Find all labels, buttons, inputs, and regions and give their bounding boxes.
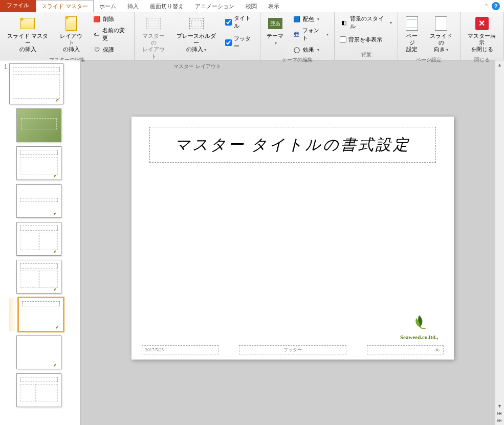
workspace: 1 — [0, 60, 504, 425]
layout-thumbnail[interactable] — [16, 373, 61, 407]
group-edit-theme: 亜あ テーマ▾ 🟦配色▾ 亜フォント▾ ◯効果▾ テーマの編集 — [260, 12, 335, 60]
vertical-scrollbar[interactable]: ▲ ▼ ⏮ ⏭ — [495, 60, 504, 425]
help-icon[interactable]: ? — [492, 2, 500, 10]
master-layout-button: マスターの レイアウト — [138, 13, 169, 62]
master-number: 1 — [2, 63, 7, 70]
layout-thumbnail[interactable] — [16, 184, 61, 218]
background-styles-button[interactable]: ◧背景のスタイル▾ — [338, 13, 395, 32]
colors-button[interactable]: 🟦配色▾ — [290, 13, 331, 25]
slide-canvas[interactable]: マスター タイトルの書式設定 Seaweed.co.ltd., 2017/5/2… — [132, 117, 454, 360]
leaf-icon — [55, 98, 60, 102]
preserve-icon: 🛡 — [93, 46, 101, 54]
fonts-button[interactable]: 亜フォント▾ — [290, 25, 331, 43]
group-page-setup: ページ 設定 スライドの 向き▾ ページ設定 — [398, 12, 460, 60]
layout-thumbnail[interactable] — [16, 146, 61, 180]
chevron-down-icon: ▾ — [204, 48, 206, 52]
insert-layout-icon — [65, 16, 77, 31]
slide-canvas-area[interactable]: マスター タイトルの書式設定 Seaweed.co.ltd., 2017/5/2… — [81, 60, 504, 425]
leaf-icon — [53, 212, 58, 216]
thumbnail-panel[interactable]: 1 — [0, 60, 81, 425]
leaf-icon — [53, 250, 58, 254]
leaf-icon — [53, 287, 58, 292]
colors-icon: 🟦 — [293, 15, 301, 23]
insert-slide-master-icon — [20, 18, 35, 29]
layout-thumbnail[interactable] — [16, 335, 61, 369]
effects-icon: ◯ — [293, 46, 301, 54]
tab-animations[interactable]: アニメーション — [189, 0, 240, 12]
preserve-button[interactable]: 🛡保護 — [90, 44, 131, 55]
tab-view[interactable]: 表示 — [262, 0, 285, 12]
leaf-icon — [53, 174, 58, 178]
themes-icon: 亜あ — [268, 18, 282, 29]
chevron-down-icon: ▾ — [275, 41, 277, 46]
ribbon: スライド マスター の挿入 レイアウト の挿入 🟥削除 🏷名前の変更 🛡保護 マ… — [0, 12, 504, 60]
leaf-icon — [53, 363, 58, 367]
page-setup-button[interactable]: ページ 設定 — [401, 13, 423, 55]
footer-date-placeholder[interactable]: 2017/5/25 — [142, 345, 218, 354]
logo-text: Seaweed.co.ltd., — [400, 334, 439, 340]
delete-button[interactable]: 🟥削除 — [90, 13, 131, 25]
hide-background-checkbox[interactable]: 背景を非表示 — [338, 35, 395, 44]
background-styles-icon: ◧ — [340, 18, 348, 27]
footer-center-placeholder[interactable]: フッター — [239, 345, 346, 354]
tab-file[interactable]: ファイル — [0, 0, 36, 12]
effects-button[interactable]: ◯効果▾ — [290, 44, 331, 55]
group-background: ◧背景のスタイル▾ 背景を非表示 背景 — [335, 12, 398, 60]
tab-bar: ファイル スライド マスター ホーム 挿入 画面切り替え アニメーション 校閲 … — [0, 0, 504, 12]
prev-slide-icon[interactable]: ⏮ — [496, 410, 503, 417]
insert-placeholder-button[interactable]: プレースホルダー の挿入▾ — [172, 13, 220, 55]
insert-slide-master-button[interactable]: スライド マスター の挿入 — [3, 13, 52, 55]
title-placeholder[interactable]: マスター タイトルの書式設定 — [149, 127, 436, 163]
close-master-view-button[interactable]: ✕ マスター表示 を閉じる — [464, 13, 500, 55]
delete-icon: 🟥 — [93, 15, 101, 23]
scroll-up-icon[interactable]: ▲ — [496, 61, 503, 69]
layout-thumbnail[interactable] — [16, 260, 61, 294]
footer-checkbox[interactable]: フッター — [223, 34, 256, 51]
fonts-icon: 亜 — [293, 30, 300, 38]
footer-number-placeholder[interactable]: ‹#› — [367, 345, 444, 354]
insert-layout-button[interactable]: レイアウト の挿入 — [55, 13, 87, 55]
layout-thumbnail[interactable] — [16, 222, 61, 256]
rename-button[interactable]: 🏷名前の変更 — [90, 25, 131, 43]
insert-placeholder-icon — [189, 18, 204, 29]
slide-orientation-button[interactable]: スライドの 向き▾ — [426, 13, 456, 55]
title-checkbox[interactable]: タイトル — [223, 13, 256, 31]
title-placeholder-text: マスター タイトルの書式設定 — [174, 135, 411, 155]
tab-home[interactable]: ホーム — [94, 0, 122, 12]
master-layout-icon — [146, 18, 161, 29]
next-slide-icon[interactable]: ⏭ — [496, 417, 503, 424]
leaf-icon — [410, 314, 428, 332]
rename-icon: 🏷 — [93, 30, 100, 38]
ribbon-minimize-icon[interactable]: ⌃ — [484, 3, 489, 10]
tab-slide-master[interactable]: スライド マスター — [36, 0, 94, 12]
themes-button[interactable]: 亜あ テーマ▾ — [264, 13, 288, 48]
tab-transitions[interactable]: 画面切り替え — [144, 0, 189, 12]
scroll-down-icon[interactable]: ▼ — [496, 402, 503, 410]
tab-review[interactable]: 校閲 — [240, 0, 262, 12]
logo: Seaweed.co.ltd., — [400, 314, 439, 340]
layout-thumbnail-selected[interactable] — [18, 298, 63, 331]
group-edit-master: スライド マスター の挿入 レイアウト の挿入 🟥削除 🏷名前の変更 🛡保護 マ… — [0, 12, 135, 60]
group-label-background: 背景 — [338, 50, 395, 60]
page-setup-icon — [406, 16, 418, 31]
leaf-icon — [55, 325, 60, 329]
layout-thumbnail[interactable] — [16, 108, 61, 142]
tab-insert[interactable]: 挿入 — [122, 0, 144, 12]
slide-orientation-icon — [435, 16, 447, 31]
master-thumbnail[interactable] — [9, 63, 63, 104]
group-master-layout: マスターの レイアウト プレースホルダー の挿入▾ タイトル フッター マスター… — [135, 12, 260, 60]
close-icon: ✕ — [475, 17, 489, 30]
group-close: ✕ マスター表示 を閉じる 閉じる — [461, 12, 504, 60]
